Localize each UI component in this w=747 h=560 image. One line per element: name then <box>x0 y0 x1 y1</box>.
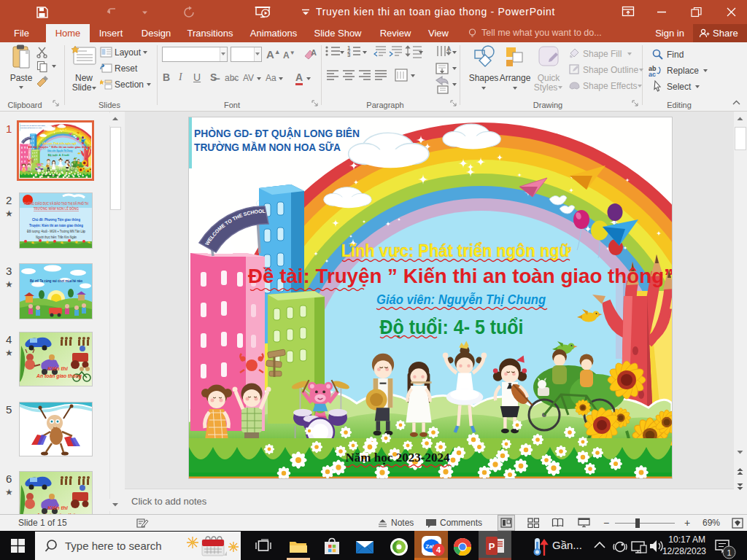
svg-text:PHÒNG GIÁO DỤC VÀ ĐÀO TẠO THỊ: PHÒNG GIÁO DỤC VÀ ĐÀO TẠO THỊ XÃ PHỐ TH <box>24 201 88 206</box>
svg-text:1: 1 <box>727 548 731 557</box>
svg-text:Kiến thi: Kiến thi <box>47 505 68 511</box>
svg-text:ac: ac <box>649 71 656 77</box>
svg-text:Chủ đề: Phương Tiện giao thông: Chủ đề: Phương Tiện giao thông <box>32 217 80 222</box>
svg-text:Kiến thi: Kiến thi <box>47 365 68 372</box>
svg-text:Giáo viên: Nguyễn Thị Chung: Giáo viên: Nguyễn Thị Chung <box>376 292 546 307</box>
svg-text:Năm học 2023-2024: Năm học 2023-2024 <box>346 451 450 464</box>
svg-text:Đối tượng: 4tuổi - MGN + Trườn: Đối tượng: 4tuổi - MGN + Trường MN Tân L… <box>27 229 85 233</box>
svg-text:P: P <box>489 541 495 552</box>
svg-text:Bé ơi! Ta cùng vui chơi mùa hè: Bé ơi! Ta cùng vui chơi mùa hè nào <box>30 279 82 283</box>
svg-text:Người thực hiện: Trần Kim Ngân: Người thực hiện: Trần Kim Ngân <box>36 236 77 239</box>
svg-text:A: A <box>311 48 317 57</box>
svg-text:TRƯỜNG MẦM NON LÊ ĐỒNG: TRƯỜNG MẦM NON LÊ ĐỒNG <box>34 206 79 211</box>
svg-text:Lĩnh vực: Phát triển ngôn ngữ: Lĩnh vực: Phát triển ngôn ngữ <box>341 241 572 260</box>
svg-text:PHÒNG GD- ĐT QUẬN LONG BIÊN: PHÒNG GD- ĐT QUẬN LONG BIÊN <box>194 127 360 139</box>
svg-text:An toàn giao thông: An toàn giao thông <box>36 373 82 379</box>
svg-text:A: A <box>446 45 452 52</box>
svg-text:Đề tài: Truyện ” Kiến thi an t: Đề tài: Truyện ” Kiến thi an toàn giao t… <box>248 265 672 287</box>
svg-text:4: 4 <box>436 545 441 554</box>
svg-text:TRƯỜNG MẦM NON HOA SỮA: TRƯỜNG MẦM NON HOA SỮA <box>194 141 341 153</box>
svg-text:Độ tuổi: 4- 5 tuổi: Độ tuổi: 4- 5 tuổi <box>380 316 524 338</box>
svg-text:3: 3 <box>347 52 351 58</box>
svg-text:Truyện: Kiến thi an toàn giao: Truyện: Kiến thi an toàn giao thông <box>29 223 83 228</box>
